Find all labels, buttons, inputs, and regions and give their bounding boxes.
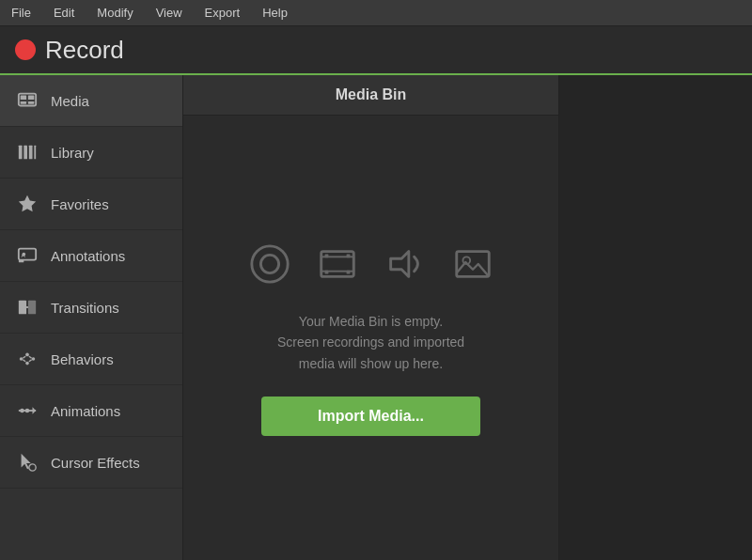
record-bar: Record [0,26,752,75]
behaviors-icon [15,347,39,371]
svg-line-22 [29,356,32,358]
sidebar-item-media[interactable]: Media [0,75,182,127]
sidebar-item-cursor-effects[interactable]: Cursor Effects [0,437,182,489]
media-bin-panel: Media Bin [183,75,559,560]
menu-help[interactable]: Help [258,4,291,22]
svg-rect-6 [24,146,27,160]
image-icon [448,240,497,288]
svg-point-31 [251,246,287,282]
media-icon [15,88,39,113]
sidebar-item-library[interactable]: Library [0,127,182,179]
svg-marker-39 [390,251,408,276]
svg-point-18 [25,353,29,357]
svg-rect-34 [321,257,353,271]
svg-rect-36 [346,254,350,257]
sidebar-label-media: Media [51,93,89,109]
svg-marker-26 [33,407,37,413]
svg-point-19 [32,357,36,361]
svg-line-23 [29,360,32,362]
svg-line-24 [23,360,25,362]
svg-point-20 [25,362,29,366]
favorites-icon [15,192,39,216]
sidebar-label-favorites: Favorites [51,196,109,212]
svg-rect-8 [34,146,36,160]
svg-rect-3 [21,101,26,104]
sidebar-label-annotations: Annotations [51,248,125,264]
sidebar-label-library: Library [51,145,94,161]
sidebar-label-behaviors: Behaviors [51,351,114,367]
content-area: Media Bin [183,75,752,560]
svg-rect-15 [28,301,36,315]
svg-point-32 [260,255,278,272]
svg-point-30 [29,464,36,471]
record-circle-icon [245,240,294,288]
svg-rect-7 [29,146,33,160]
main-layout: Media Library Favorites [0,75,752,560]
sidebar-item-behaviors[interactable]: Behaviors [0,334,182,385]
svg-rect-2 [28,96,34,101]
svg-rect-1 [21,96,26,101]
record-dot-icon [15,39,36,60]
svg-rect-5 [19,146,23,160]
library-icon [15,140,39,164]
svg-marker-9 [19,195,36,211]
menu-modify[interactable]: Modify [93,4,136,22]
svg-rect-38 [346,271,350,274]
sidebar-item-favorites[interactable]: Favorites [0,179,182,230]
media-bin-empty-text: Your Media Bin is empty.Screen recording… [277,311,464,374]
sidebar-label-animations: Animations [51,403,120,419]
svg-line-21 [23,356,25,358]
sidebar-item-annotations[interactable]: A Annotations [0,230,182,282]
svg-point-28 [25,409,30,413]
sidebar-label-transitions: Transitions [51,300,119,316]
svg-point-17 [20,357,24,361]
right-panel [559,75,752,560]
audio-icon [381,240,430,288]
menu-export[interactable]: Export [201,4,244,22]
annotations-icon: A [15,243,39,268]
menu-edit[interactable]: Edit [50,4,78,22]
menu-bar: File Edit Modify View Export Help [0,0,752,26]
transitions-icon [15,295,39,319]
svg-rect-35 [324,254,328,257]
film-strip-icon [313,240,362,288]
media-bin-icons [245,240,497,288]
svg-point-27 [20,409,24,413]
svg-rect-40 [456,251,489,276]
menu-view[interactable]: View [152,4,186,22]
sidebar-label-cursor-effects: Cursor Effects [51,455,140,471]
sidebar: Media Library Favorites [0,75,183,560]
svg-rect-37 [324,271,328,274]
svg-rect-14 [19,301,26,315]
sidebar-item-animations[interactable]: Animations [0,385,182,437]
media-bin-content: Your Media Bin is empty.Screen recording… [183,116,558,560]
svg-text:A: A [22,252,26,258]
svg-rect-4 [28,101,34,104]
record-title: Record [45,36,124,65]
import-media-button[interactable]: Import Media... [261,397,480,436]
media-bin-header: Media Bin [183,75,558,116]
cursor-effects-icon [15,450,39,474]
sidebar-item-transitions[interactable]: Transitions [0,282,182,334]
animations-icon [15,398,39,423]
svg-rect-13 [19,260,24,263]
menu-file[interactable]: File [8,4,35,22]
